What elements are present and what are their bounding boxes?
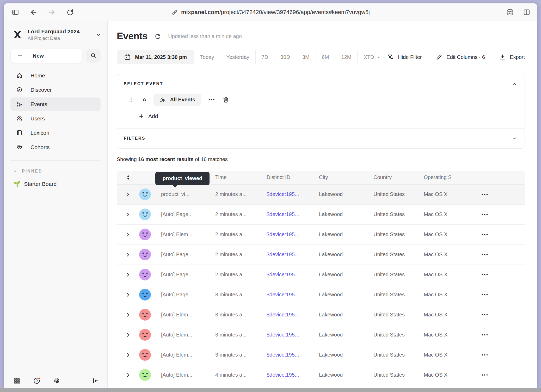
column-header-operating-s[interactable]: Operating S bbox=[424, 174, 481, 180]
range-segment-today[interactable]: Today bbox=[194, 50, 220, 64]
time-cell: 3 minutes a... bbox=[215, 292, 267, 298]
svg-text:?: ? bbox=[36, 379, 38, 383]
hide-filter-button[interactable]: Hide Filter bbox=[387, 54, 422, 60]
expand-row-icon[interactable] bbox=[117, 272, 135, 278]
select-event-title: SELECT EVENT bbox=[124, 82, 518, 86]
split-view-icon[interactable] bbox=[523, 8, 531, 16]
expand-row-icon[interactable] bbox=[117, 232, 135, 237]
range-segment-3m[interactable]: 3M bbox=[296, 50, 316, 64]
reload-icon[interactable] bbox=[66, 8, 74, 16]
event-options-button[interactable]: ••• bbox=[208, 97, 215, 102]
sidebar-item-home[interactable]: Home bbox=[10, 69, 101, 82]
row-actions-button[interactable]: ••• bbox=[481, 192, 525, 197]
distinct-id-link[interactable]: $device:195... bbox=[267, 191, 319, 197]
sidebar-item-lexicon[interactable]: Lexicon bbox=[10, 126, 101, 140]
sidebar-item-discover[interactable]: Discover bbox=[10, 83, 101, 97]
distinct-id-link[interactable]: $device:195... bbox=[267, 292, 319, 298]
sidebar-item-cohorts[interactable]: Cohorts bbox=[10, 140, 101, 154]
sidebar-item-users[interactable]: Users bbox=[10, 112, 101, 125]
collapse-all-icon[interactable] bbox=[117, 174, 135, 181]
row-actions-button[interactable]: ••• bbox=[481, 212, 525, 217]
trash-icon[interactable] bbox=[222, 96, 229, 103]
distinct-id-link[interactable]: $device:195... bbox=[267, 372, 319, 378]
distinct-id-link[interactable]: $device:195... bbox=[267, 211, 319, 217]
gear-icon[interactable] bbox=[53, 377, 60, 384]
table-row[interactable]: [Auto] Page...3 minutes a...$device:195.… bbox=[117, 285, 525, 305]
address-bar[interactable]: mixpanel.com/project/3472420/view/397469… bbox=[171, 9, 370, 16]
expand-row-icon[interactable] bbox=[117, 332, 135, 338]
expand-row-icon[interactable] bbox=[117, 312, 135, 318]
refresh-icon[interactable] bbox=[154, 33, 161, 40]
expand-row-icon[interactable] bbox=[117, 192, 135, 197]
forward-icon[interactable] bbox=[48, 8, 56, 16]
range-segment-yesterday[interactable]: Yesterday bbox=[220, 50, 255, 64]
apps-grid-icon[interactable] bbox=[14, 377, 21, 384]
range-segment-7d[interactable]: 7D bbox=[255, 50, 274, 64]
event-avatar bbox=[135, 269, 161, 280]
collapse-sidebar-icon[interactable] bbox=[92, 377, 99, 384]
project-scope: All Project Data bbox=[28, 35, 80, 41]
table-row[interactable]: [Auto] Page...2 minutes a...$device:195.… bbox=[117, 265, 525, 285]
event-selector[interactable]: All Events bbox=[153, 94, 201, 106]
row-actions-button[interactable]: ••• bbox=[481, 232, 525, 237]
distinct-id-link[interactable]: $device:195... bbox=[267, 332, 319, 338]
range-segment-xtd[interactable]: XTD bbox=[357, 50, 387, 64]
chevron-down-icon[interactable] bbox=[512, 136, 517, 141]
row-actions-button[interactable]: ••• bbox=[481, 312, 525, 317]
drag-handle-icon[interactable] bbox=[129, 97, 133, 103]
search-button[interactable] bbox=[86, 49, 101, 63]
distinct-id-link[interactable]: $device:195... bbox=[267, 252, 319, 258]
distinct-id-link[interactable]: $device:195... bbox=[267, 272, 319, 278]
row-actions-button[interactable]: ••• bbox=[481, 352, 525, 358]
expand-row-icon[interactable] bbox=[117, 372, 135, 378]
back-icon[interactable] bbox=[30, 8, 38, 16]
edit-columns-button[interactable]: Edit Columns · 6 bbox=[436, 54, 485, 60]
pinned-label: PINNED bbox=[22, 169, 42, 174]
range-segment-6m[interactable]: 6M bbox=[316, 50, 335, 64]
chevron-down-icon bbox=[377, 55, 381, 59]
expand-row-icon[interactable] bbox=[117, 252, 135, 258]
table-row[interactable]: [Auto] Elem...3 minutes a...$device:195.… bbox=[117, 345, 525, 365]
add-event-button[interactable]: Add bbox=[138, 113, 158, 119]
expand-row-icon[interactable] bbox=[117, 352, 135, 358]
column-header-time[interactable]: Time bbox=[215, 174, 267, 180]
distinct-id-link[interactable]: $device:195... bbox=[267, 352, 319, 358]
column-header-country[interactable]: Country bbox=[373, 174, 424, 180]
table-row[interactable]: product_vi...2 minutes a...$device:195..… bbox=[117, 185, 525, 205]
row-actions-button[interactable]: ••• bbox=[481, 272, 525, 277]
page-settings-icon[interactable] bbox=[506, 8, 514, 16]
table-row[interactable]: [Auto] Elem...4 minutes a...$device:195.… bbox=[117, 365, 525, 385]
table-row[interactable]: [Auto] Elem...2 minutes a...$device:195.… bbox=[117, 225, 525, 245]
sidebar-toggle-icon[interactable] bbox=[11, 8, 19, 16]
column-header-city[interactable]: City bbox=[319, 174, 373, 180]
table-row[interactable]: [Auto] Page...2 minutes a...$device:195.… bbox=[117, 205, 525, 225]
row-actions-button[interactable]: ••• bbox=[481, 252, 525, 257]
range-segment-12m[interactable]: 12M bbox=[335, 50, 357, 64]
range-segment-30d[interactable]: 30D bbox=[274, 50, 296, 64]
country-cell: United States bbox=[373, 191, 424, 197]
export-button[interactable]: Export bbox=[499, 54, 525, 60]
distinct-id-link[interactable]: $device:195... bbox=[267, 231, 319, 237]
expand-row-icon[interactable] bbox=[117, 292, 135, 298]
event-name-cell: [Auto] Page... bbox=[161, 211, 215, 217]
table-row[interactable] bbox=[117, 385, 525, 388]
chevron-up-icon[interactable] bbox=[512, 81, 517, 87]
pinned-section-header[interactable]: PINNED bbox=[10, 169, 101, 174]
expand-row-icon[interactable] bbox=[117, 212, 135, 217]
help-icon[interactable]: ? bbox=[33, 377, 41, 384]
new-button[interactable]: New bbox=[10, 49, 83, 63]
sidebar-item-events[interactable]: Events bbox=[10, 97, 101, 111]
row-actions-button[interactable]: ••• bbox=[481, 332, 525, 338]
row-actions-button[interactable]: ••• bbox=[481, 372, 525, 378]
column-header-distinct-id[interactable]: Distinct ID bbox=[267, 174, 319, 180]
table-row[interactable]: [Auto] Elem...3 minutes a...$device:195.… bbox=[117, 305, 525, 325]
os-cell: Mac OS X bbox=[424, 191, 481, 197]
table-row[interactable]: [Auto] Page...2 minutes a...$device:195.… bbox=[117, 245, 525, 265]
distinct-id-link[interactable]: $device:195... bbox=[267, 312, 319, 318]
os-cell: Mac OS X bbox=[424, 211, 481, 217]
project-switcher[interactable]: Lord Farquaad 2024 All Project Data bbox=[13, 28, 102, 41]
pinned-item-starter-board[interactable]: 🌱Starter Board bbox=[10, 178, 101, 190]
table-row[interactable]: [Auto] Elem...3 minutes a...$device:195.… bbox=[117, 325, 525, 345]
row-actions-button[interactable]: ••• bbox=[481, 292, 525, 297]
date-picker-segment[interactable]: Mar 11, 2025 3:30 pm bbox=[117, 50, 194, 64]
